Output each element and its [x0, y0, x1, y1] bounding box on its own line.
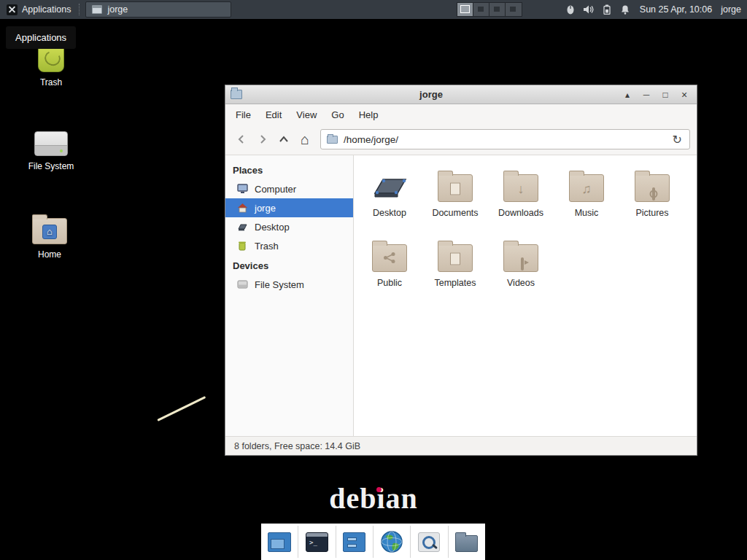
workspaces-icon [343, 532, 365, 552]
app-finder-icon [418, 532, 440, 552]
desktop-artifact-line [157, 396, 206, 421]
sidebar-item-file-system[interactable]: File System [225, 275, 353, 294]
sidebar-item-label: Trash [255, 241, 279, 252]
dock-item-browser[interactable] [377, 527, 406, 556]
desktop-icon [236, 221, 248, 233]
file-manager-icon [455, 535, 478, 552]
applications-label: Applications [22, 4, 71, 15]
workspace-1[interactable] [457, 3, 473, 16]
shade-button[interactable]: ▴ [620, 85, 635, 104]
dock-item-file-manager[interactable] [452, 527, 481, 556]
minimize-button[interactable]: ─ [639, 85, 654, 104]
home-button[interactable]: ⌂ [295, 130, 314, 149]
desktop-icon-file-system[interactable]: File System [20, 125, 82, 171]
workspace-3[interactable] [489, 3, 506, 16]
close-button[interactable]: × [677, 85, 692, 104]
file-item-videos[interactable]: Videos [488, 234, 554, 304]
window-title: jorge [247, 89, 616, 100]
home-icon: ⌂ [301, 132, 309, 147]
taskbar-window-button[interactable]: jorge [85, 1, 231, 18]
menu-help[interactable]: Help [352, 106, 385, 124]
hard-drive-icon [34, 131, 68, 156]
reload-button[interactable]: ↻ [671, 133, 684, 147]
window-folder-icon [231, 90, 242, 99]
maximize-button[interactable]: □ [658, 85, 673, 104]
workspace-2[interactable] [473, 3, 489, 16]
desktop-icon-label: Home [38, 249, 61, 260]
computer-icon [236, 183, 248, 195]
titlebar[interactable]: jorge ▴ ─ □ × [225, 85, 697, 104]
house-emblem-icon: ⌂ [42, 225, 57, 239]
up-button[interactable] [274, 130, 293, 149]
file-item-music[interactable]: ♫ Music [554, 164, 619, 234]
camera-emblem-icon [652, 187, 655, 201]
folder-icon [438, 244, 473, 272]
system-tray [565, 4, 631, 15]
home-icon [236, 202, 248, 214]
menu-edit[interactable]: Edit [259, 106, 288, 124]
download-emblem-icon: ↓ [518, 182, 525, 197]
folder-icon [503, 244, 538, 272]
trash-icon [236, 240, 248, 252]
volume-icon[interactable] [583, 4, 595, 15]
desktop-icon [371, 173, 409, 202]
taskbar-window-label: jorge [107, 4, 128, 15]
desktop-icon-home[interactable]: ⌂ Home [19, 213, 80, 260]
devices-header: Devices [225, 255, 353, 275]
mouse-icon[interactable] [565, 4, 576, 15]
sidebar-item-computer[interactable]: Computer [225, 179, 353, 198]
dock-item-workspaces[interactable] [340, 527, 369, 556]
file-item-downloads[interactable]: ↓ Downloads [488, 164, 554, 234]
file-label: Public [377, 278, 402, 288]
terminal-icon [306, 532, 328, 552]
sidebar-item-trash[interactable]: Trash [225, 236, 353, 255]
statusbar: 8 folders, Free space: 14.4 GiB [225, 436, 697, 455]
dock-item-app-finder[interactable] [414, 527, 444, 556]
menu-view[interactable]: View [290, 106, 323, 124]
file-grid: Desktop Documents ↓ Downloads [354, 155, 697, 436]
dock-item-desktop[interactable] [265, 527, 294, 556]
file-item-documents[interactable]: Documents [422, 164, 488, 234]
places-header: Places [225, 160, 353, 179]
location-bar[interactable]: /home/jorge/ ↻ [320, 129, 690, 149]
sidebar-item-label: jorge [255, 203, 276, 214]
panel-clock[interactable]: Sun 25 Apr, 10:06 [640, 4, 712, 15]
hard-drive-icon [236, 279, 248, 290]
window-body: Places Computer jorge Desktop [225, 155, 697, 436]
forward-button[interactable] [253, 130, 272, 149]
file-item-templates[interactable]: Templates [422, 234, 488, 304]
file-item-pictures[interactable]: Pictures [619, 164, 685, 234]
dock-separator [373, 526, 374, 558]
file-item-public[interactable]: Public [357, 234, 422, 304]
folder-icon: ♫ [569, 174, 604, 202]
file-label: Documents [432, 208, 478, 218]
folder-icon [438, 174, 473, 202]
user-menu[interactable]: jorge [721, 4, 741, 15]
menu-file[interactable]: File [229, 106, 258, 124]
workspace-pager [457, 2, 522, 17]
applications-tooltip: Applications [6, 26, 76, 49]
dock-item-terminal[interactable] [302, 527, 331, 556]
sidebar: Places Computer jorge Desktop [225, 155, 354, 436]
sidebar-item-jorge[interactable]: jorge [225, 198, 353, 217]
folder-icon [372, 244, 407, 272]
sidebar-item-desktop[interactable]: Desktop [225, 217, 353, 236]
file-label: Pictures [635, 208, 668, 218]
menu-go[interactable]: Go [325, 106, 350, 124]
statusbar-text: 8 folders, Free space: 14.4 GiB [234, 441, 360, 451]
bell-icon[interactable] [619, 4, 631, 15]
battery-icon[interactable] [601, 4, 613, 15]
windows-icon [268, 532, 291, 552]
dock-separator [448, 526, 449, 558]
panel-separator [79, 4, 82, 15]
dock-separator [298, 526, 298, 558]
file-item-desktop[interactable]: Desktop [357, 164, 422, 234]
back-button[interactable] [232, 130, 251, 149]
file-label: Videos [507, 278, 535, 288]
applications-menu-button[interactable]: Applications [0, 0, 77, 19]
workspace-4[interactable] [506, 3, 522, 16]
menubar: File Edit View Go Help [225, 104, 697, 125]
desktop-icon-label: Trash [40, 77, 62, 88]
toolbar: ⌂ /home/jorge/ ↻ [225, 125, 697, 155]
desktop-icon-label: File System [28, 161, 74, 171]
